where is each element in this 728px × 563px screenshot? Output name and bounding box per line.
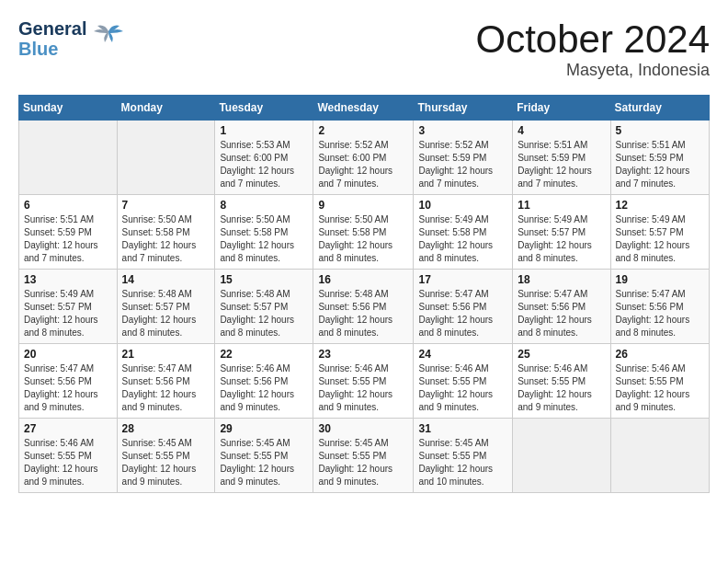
day-number: 17 — [418, 273, 507, 286]
day-number: 1 — [220, 124, 308, 137]
calendar-cell — [117, 121, 215, 195]
calendar-cell: 3Sunrise: 5:52 AM Sunset: 5:59 PM Daylig… — [414, 121, 513, 195]
day-info: Sunrise: 5:46 AM Sunset: 5:55 PM Dayligh… — [518, 362, 605, 414]
day-number: 8 — [220, 199, 308, 212]
weekday-header-row: SundayMondayTuesdayWednesdayThursdayFrid… — [19, 96, 710, 121]
calendar-cell: 1Sunrise: 5:53 AM Sunset: 6:00 PM Daylig… — [215, 121, 313, 195]
calendar-cell — [19, 121, 118, 195]
weekday-header-saturday: Saturday — [610, 96, 709, 121]
day-info: Sunrise: 5:45 AM Sunset: 5:55 PM Dayligh… — [122, 437, 210, 488]
calendar-cell: 14Sunrise: 5:48 AM Sunset: 5:57 PM Dayli… — [117, 270, 215, 344]
calendar-cell: 21Sunrise: 5:47 AM Sunset: 5:56 PM Dayli… — [117, 344, 215, 419]
calendar-cell: 17Sunrise: 5:47 AM Sunset: 5:56 PM Dayli… — [414, 270, 513, 344]
day-number: 30 — [318, 422, 408, 435]
week-row-2: 6Sunrise: 5:51 AM Sunset: 5:59 PM Daylig… — [19, 195, 710, 270]
week-row-1: 1Sunrise: 5:53 AM Sunset: 6:00 PM Daylig… — [19, 121, 710, 195]
day-info: Sunrise: 5:45 AM Sunset: 5:55 PM Dayligh… — [220, 437, 308, 488]
weekday-header-tuesday: Tuesday — [215, 96, 313, 121]
day-number: 14 — [122, 273, 210, 286]
day-info: Sunrise: 5:50 AM Sunset: 5:58 PM Dayligh… — [122, 213, 210, 265]
calendar-cell: 13Sunrise: 5:49 AM Sunset: 5:57 PM Dayli… — [19, 270, 118, 344]
day-number: 2 — [318, 124, 408, 137]
weekday-header-monday: Monday — [117, 96, 215, 121]
header: General Blue October 2024 Masyeta, Indon… — [18, 18, 710, 80]
month-title: October 2024 — [475, 18, 710, 61]
day-number: 6 — [24, 199, 112, 212]
day-number: 3 — [418, 124, 507, 137]
day-info: Sunrise: 5:47 AM Sunset: 5:56 PM Dayligh… — [24, 362, 112, 414]
day-info: Sunrise: 5:46 AM Sunset: 5:55 PM Dayligh… — [418, 362, 507, 414]
calendar-cell: 23Sunrise: 5:46 AM Sunset: 5:55 PM Dayli… — [313, 344, 414, 419]
calendar-cell: 5Sunrise: 5:51 AM Sunset: 5:59 PM Daylig… — [610, 121, 709, 195]
calendar-cell: 29Sunrise: 5:45 AM Sunset: 5:55 PM Dayli… — [215, 419, 313, 493]
logo: General Blue — [18, 18, 125, 59]
week-row-5: 27Sunrise: 5:46 AM Sunset: 5:55 PM Dayli… — [19, 419, 710, 493]
day-number: 29 — [220, 422, 308, 435]
calendar-cell: 22Sunrise: 5:46 AM Sunset: 5:56 PM Dayli… — [215, 344, 313, 419]
calendar-table: SundayMondayTuesdayWednesdayThursdayFrid… — [18, 95, 710, 493]
calendar-cell: 16Sunrise: 5:48 AM Sunset: 5:56 PM Dayli… — [313, 270, 414, 344]
day-number: 27 — [24, 422, 112, 435]
day-info: Sunrise: 5:51 AM Sunset: 5:59 PM Dayligh… — [616, 139, 704, 190]
calendar-cell: 7Sunrise: 5:50 AM Sunset: 5:58 PM Daylig… — [117, 195, 215, 270]
calendar-cell: 27Sunrise: 5:46 AM Sunset: 5:55 PM Dayli… — [19, 419, 118, 493]
day-number: 31 — [418, 422, 507, 435]
day-number: 12 — [616, 199, 704, 212]
day-info: Sunrise: 5:45 AM Sunset: 5:55 PM Dayligh… — [318, 437, 408, 488]
day-info: Sunrise: 5:47 AM Sunset: 5:56 PM Dayligh… — [418, 288, 507, 339]
day-number: 10 — [418, 199, 507, 212]
day-info: Sunrise: 5:48 AM Sunset: 5:57 PM Dayligh… — [220, 288, 308, 339]
location-title: Masyeta, Indonesia — [475, 61, 710, 80]
day-info: Sunrise: 5:47 AM Sunset: 5:56 PM Dayligh… — [518, 288, 605, 339]
day-info: Sunrise: 5:47 AM Sunset: 5:56 PM Dayligh… — [122, 362, 210, 414]
day-number: 16 — [318, 273, 408, 286]
day-number: 9 — [318, 199, 408, 212]
day-info: Sunrise: 5:46 AM Sunset: 5:55 PM Dayligh… — [318, 362, 408, 414]
weekday-header-sunday: Sunday — [19, 96, 118, 121]
calendar-cell: 11Sunrise: 5:49 AM Sunset: 5:57 PM Dayli… — [513, 195, 610, 270]
day-info: Sunrise: 5:50 AM Sunset: 5:58 PM Dayligh… — [318, 213, 408, 265]
day-info: Sunrise: 5:46 AM Sunset: 5:56 PM Dayligh… — [220, 362, 308, 414]
calendar-cell: 26Sunrise: 5:46 AM Sunset: 5:55 PM Dayli… — [610, 344, 709, 419]
day-info: Sunrise: 5:49 AM Sunset: 5:58 PM Dayligh… — [418, 213, 507, 265]
weekday-header-wednesday: Wednesday — [313, 96, 414, 121]
calendar-cell: 4Sunrise: 5:51 AM Sunset: 5:59 PM Daylig… — [513, 121, 610, 195]
calendar-cell: 30Sunrise: 5:45 AM Sunset: 5:55 PM Dayli… — [313, 419, 414, 493]
day-info: Sunrise: 5:49 AM Sunset: 5:57 PM Dayligh… — [616, 213, 704, 265]
day-number: 13 — [24, 273, 112, 286]
day-info: Sunrise: 5:51 AM Sunset: 5:59 PM Dayligh… — [24, 213, 112, 265]
calendar-cell: 20Sunrise: 5:47 AM Sunset: 5:56 PM Dayli… — [19, 344, 118, 419]
day-info: Sunrise: 5:49 AM Sunset: 5:57 PM Dayligh… — [518, 213, 605, 265]
day-number: 28 — [122, 422, 210, 435]
week-row-4: 20Sunrise: 5:47 AM Sunset: 5:56 PM Dayli… — [19, 344, 710, 419]
day-number: 26 — [616, 348, 704, 361]
week-row-3: 13Sunrise: 5:49 AM Sunset: 5:57 PM Dayli… — [19, 270, 710, 344]
calendar-cell — [513, 419, 610, 493]
day-number: 23 — [318, 348, 408, 361]
day-number: 18 — [518, 273, 605, 286]
day-info: Sunrise: 5:53 AM Sunset: 6:00 PM Dayligh… — [220, 139, 308, 190]
day-info: Sunrise: 5:52 AM Sunset: 5:59 PM Dayligh… — [418, 139, 507, 190]
day-info: Sunrise: 5:46 AM Sunset: 5:55 PM Dayligh… — [616, 362, 704, 414]
logo-text-blue: Blue — [18, 39, 86, 59]
calendar-body: 1Sunrise: 5:53 AM Sunset: 6:00 PM Daylig… — [19, 121, 710, 493]
day-info: Sunrise: 5:48 AM Sunset: 5:56 PM Dayligh… — [318, 288, 408, 339]
day-number: 21 — [122, 348, 210, 361]
calendar-cell: 24Sunrise: 5:46 AM Sunset: 5:55 PM Dayli… — [414, 344, 513, 419]
calendar-cell: 6Sunrise: 5:51 AM Sunset: 5:59 PM Daylig… — [19, 195, 118, 270]
calendar-cell: 8Sunrise: 5:50 AM Sunset: 5:58 PM Daylig… — [215, 195, 313, 270]
calendar-cell: 28Sunrise: 5:45 AM Sunset: 5:55 PM Dayli… — [117, 419, 215, 493]
day-info: Sunrise: 5:52 AM Sunset: 6:00 PM Dayligh… — [318, 139, 408, 190]
weekday-header-friday: Friday — [513, 96, 610, 121]
day-info: Sunrise: 5:46 AM Sunset: 5:55 PM Dayligh… — [24, 437, 112, 488]
day-number: 7 — [122, 199, 210, 212]
day-number: 11 — [518, 199, 605, 212]
calendar-cell: 12Sunrise: 5:49 AM Sunset: 5:57 PM Dayli… — [610, 195, 709, 270]
calendar-cell: 19Sunrise: 5:47 AM Sunset: 5:56 PM Dayli… — [610, 270, 709, 344]
day-number: 15 — [220, 273, 308, 286]
logo-text-general: General — [18, 18, 86, 39]
calendar-cell: 9Sunrise: 5:50 AM Sunset: 5:58 PM Daylig… — [313, 195, 414, 270]
calendar-cell: 2Sunrise: 5:52 AM Sunset: 6:00 PM Daylig… — [313, 121, 414, 195]
day-number: 5 — [616, 124, 704, 137]
title-section: October 2024 Masyeta, Indonesia — [475, 18, 710, 80]
